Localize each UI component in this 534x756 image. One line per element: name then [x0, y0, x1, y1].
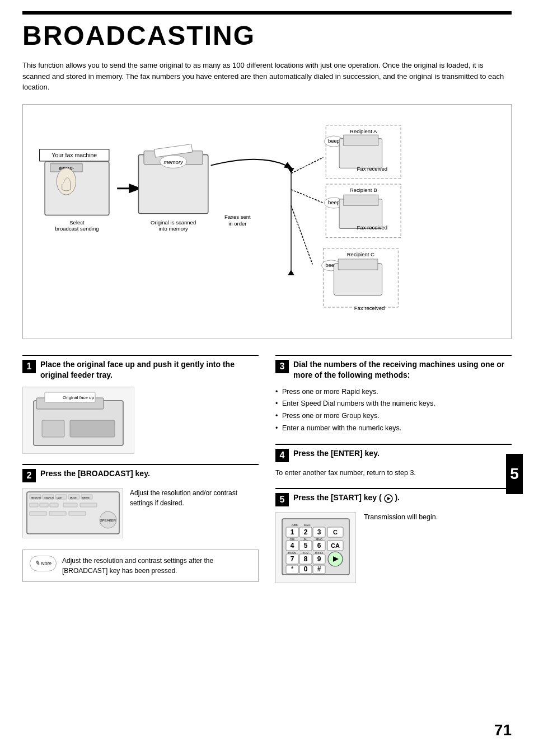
svg-text:Faxes sent: Faxes sent	[224, 214, 251, 220]
svg-text:Recipient A: Recipient A	[350, 128, 377, 134]
bullet-3: Press one or more Group keys.	[275, 411, 512, 421]
svg-rect-51	[70, 420, 115, 437]
step-3-number: 3	[275, 360, 289, 373]
diagram-svg: Your fax machine BROAD- CAST Select broa…	[34, 116, 500, 327]
svg-line-21	[291, 189, 323, 203]
svg-text:2: 2	[304, 528, 308, 536]
note-icon-text: Note	[41, 561, 51, 566]
svg-line-20	[291, 157, 323, 173]
svg-rect-35	[344, 195, 378, 205]
svg-rect-69	[49, 511, 66, 515]
step-1-header: 1 Place the original face up and push it…	[22, 355, 259, 381]
svg-text:Fax received: Fax received	[354, 304, 385, 311]
svg-text:memory: memory	[163, 158, 184, 165]
bullet-4: Enter a number with the numeric keys.	[275, 423, 512, 434]
step-3-bullets: Press one or more Rapid keys. Enter Spee…	[275, 387, 512, 434]
svg-text:Original is scanned: Original is scanned	[151, 219, 196, 225]
svg-rect-70	[69, 511, 86, 515]
svg-marker-44	[288, 168, 294, 173]
step-5-block: 5 Press the [START] key ( ).	[275, 488, 512, 583]
page-container: BROADCASTING This function allows you to…	[0, 0, 534, 756]
side-tab: 5	[506, 454, 523, 494]
svg-text:MODE: MODE	[70, 496, 77, 499]
step-5-number: 5	[275, 493, 289, 506]
svg-line-22	[291, 205, 312, 264]
step-5-title: Press the [START] key ( ).	[293, 492, 400, 504]
svg-text:in order: in order	[228, 220, 247, 226]
svg-text:ABC: ABC	[292, 523, 299, 527]
svg-rect-63	[30, 503, 38, 507]
svg-text:SPEAKER: SPEAKER	[100, 519, 116, 522]
step-2-image: MEMORY SEARCH CAST MODE PAUSE	[22, 488, 123, 538]
svg-text:9: 9	[317, 555, 321, 563]
svg-text:Select: Select	[69, 219, 85, 225]
top-border	[22, 11, 512, 15]
svg-text:#: #	[317, 565, 321, 573]
svg-marker-74	[387, 497, 391, 500]
svg-rect-64	[40, 503, 48, 507]
step-4-number: 4	[275, 449, 289, 462]
svg-text:Recipient B: Recipient B	[350, 187, 377, 193]
svg-text:beep: beep	[328, 199, 340, 205]
svg-text:Fax received: Fax received	[357, 166, 388, 172]
svg-text:Recipient C: Recipient C	[347, 251, 374, 257]
svg-text:broadcast sending: broadcast sending	[55, 226, 99, 232]
step-2-block: 2 Press the [BROADCAST] key.	[22, 464, 259, 582]
svg-rect-68	[30, 511, 46, 515]
svg-rect-28	[344, 135, 378, 145]
step-4-title: Press the [ENTER] key.	[293, 448, 380, 459]
svg-text:6: 6	[317, 542, 321, 550]
svg-text:4: 4	[291, 542, 294, 550]
svg-text:C: C	[333, 529, 338, 536]
bullet-2: Enter Speed Dial numbers with the numeri…	[275, 398, 512, 409]
svg-text:Your fax machine: Your fax machine	[51, 152, 97, 158]
svg-text:CA: CA	[331, 542, 340, 549]
svg-text:*: *	[291, 565, 294, 573]
step-1-title: Place the original face up and push it g…	[40, 359, 259, 381]
svg-text:DEF: DEF	[304, 523, 311, 527]
svg-rect-50	[42, 420, 64, 437]
step-1-image: Original face up	[22, 387, 134, 454]
step-2-header: 2 Press the [BROADCAST] key.	[22, 464, 259, 482]
step-2-desc: Adjust the resolution and/or contrast se…	[130, 488, 259, 508]
intro-text: This function allows you to send the sam…	[22, 60, 509, 93]
svg-marker-45	[288, 270, 294, 275]
svg-text:8: 8	[304, 555, 308, 563]
step-4-header: 4 Press the [ENTER] key.	[275, 444, 512, 462]
svg-text:Original face up: Original face up	[63, 395, 95, 400]
svg-text:1: 1	[291, 528, 294, 536]
svg-text:MEMORY: MEMORY	[31, 496, 41, 499]
step-2-title: Press the [BROADCAST] key.	[40, 468, 150, 480]
left-column: 1 Place the original face up and push it…	[22, 355, 259, 594]
svg-text:CAST: CAST	[57, 496, 63, 499]
svg-text:0: 0	[304, 565, 308, 573]
step-5-keypad-image: ABC DEF 1 2 3 C GHI	[275, 512, 356, 583]
note-box: ✎ Note Adjust the resolution and contras…	[22, 550, 259, 582]
step-3-block: 3 Dial the numbers of the receiving mach…	[275, 355, 512, 434]
step-2-number: 2	[22, 469, 36, 482]
note-text: Adjust the resolution and contrast setti…	[62, 556, 251, 576]
svg-rect-67	[80, 503, 97, 507]
steps-container: 1 Place the original face up and push it…	[22, 355, 512, 594]
step-3-header: 3 Dial the numbers of the receiving mach…	[275, 355, 512, 381]
step-1-block: 1 Place the original face up and push it…	[22, 355, 259, 454]
diagram-area: Your fax machine BROAD- CAST Select broa…	[22, 104, 512, 339]
svg-text:SEARCH: SEARCH	[44, 496, 54, 499]
svg-text:3: 3	[317, 528, 321, 536]
svg-rect-65	[50, 503, 58, 507]
page-title: BROADCASTING	[22, 20, 512, 51]
svg-text:7: 7	[291, 555, 294, 563]
note-icon: ✎ Note	[30, 556, 57, 571]
svg-text:5: 5	[304, 542, 308, 550]
step-1-number: 1	[22, 360, 36, 373]
svg-text:into memory: into memory	[158, 226, 188, 232]
step-3-title: Dial the numbers of the receiving machin…	[293, 359, 512, 381]
step-5-desc: Transmission will begin.	[364, 512, 438, 523]
step-4-block: 4 Press the [ENTER] key. To enter anothe…	[275, 444, 512, 478]
right-column: 3 Dial the numbers of the receiving mach…	[275, 355, 512, 594]
svg-rect-42	[338, 259, 378, 269]
page-number: 71	[494, 721, 512, 739]
svg-rect-66	[63, 503, 77, 507]
svg-text:PAUSE: PAUSE	[82, 496, 90, 499]
step-5-header: 5 Press the [START] key ( ).	[275, 488, 512, 506]
